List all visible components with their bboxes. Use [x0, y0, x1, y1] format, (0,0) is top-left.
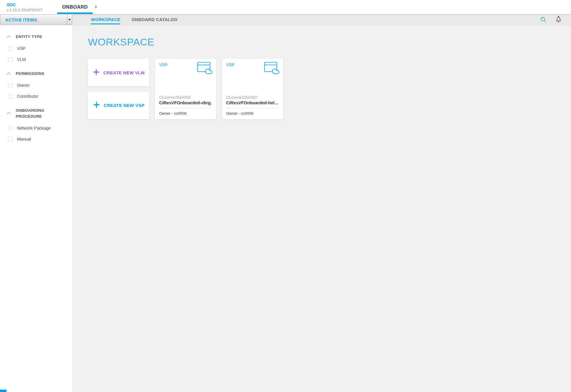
entity-license-id: CiLicense235e0387 [226, 95, 279, 100]
items-filter-selected-value: ACTIVE ITEMS [5, 17, 37, 22]
card-grid: CREATE NEW VLM CREATE NEW VSP VSP [88, 59, 283, 119]
entity-owner: Owner - cs0008 [226, 111, 279, 116]
filter-option-label: Manual [17, 137, 31, 141]
chevron-up-icon[interactable] [7, 34, 11, 40]
tab-onboard[interactable]: ONBOARD [57, 0, 93, 14]
entity-type-label: VSP [226, 62, 234, 67]
filter-option-label: VSP [17, 46, 26, 51]
entity-card-info: CiLicense7bd34339 CiResVFOnboarded-vbrg…… [155, 95, 216, 119]
section-header-permissions[interactable]: PERMISSIONS [0, 71, 73, 77]
create-new-vsp-button[interactable]: CREATE NEW VSP [88, 92, 149, 119]
entity-card-info: CiLicense235e0387 CiResVFOnboarded-hel… … [222, 95, 283, 119]
filter-option-label: Owner [17, 83, 30, 88]
tab-workspace[interactable]: WORKSPACE [85, 14, 126, 25]
tab-workspace-label: WORKSPACE [91, 17, 120, 22]
card-divider [159, 108, 212, 108]
section-title: ENTITY TYPE [16, 34, 42, 40]
entity-name: CiResVFOnboarded-hel… [226, 100, 279, 105]
filter-option-manual[interactable]: Manual [0, 137, 73, 141]
page-title: WORKSPACE [88, 36, 571, 48]
workspace-tabs: WORKSPACE ONBOARD CATALOG [85, 14, 571, 25]
owner-checkbox[interactable] [8, 83, 12, 88]
entity-type-label: VSP [159, 62, 167, 67]
filter-section-entity-type: ENTITY TYPE VSP VLM [0, 34, 73, 62]
toolbar-icons [540, 14, 562, 25]
filter-option-vlm[interactable]: VLM [0, 57, 73, 62]
tab-onboard-label: ONBOARD [62, 4, 88, 10]
create-new-vsp-label: CREATE NEW VSP [104, 103, 145, 108]
tab-onboard-catalog-label: ONBOARD CATALOG [131, 17, 177, 22]
chevron-up-icon[interactable] [7, 71, 11, 77]
plus-icon [93, 101, 100, 109]
nav-expand-caret-icon[interactable] [95, 5, 97, 8]
contributor-checkbox[interactable] [8, 94, 12, 99]
network-package-checkbox[interactable] [8, 126, 12, 130]
filter-option-contributor[interactable]: Contributor [0, 94, 73, 99]
chevron-down-icon [68, 19, 71, 21]
filter-option-label: Network Package [17, 126, 51, 130]
vlm-checkbox[interactable] [8, 57, 12, 62]
create-new-vlm-button[interactable]: CREATE NEW VLM [88, 59, 149, 86]
section-title: PERMISSIONS [16, 71, 44, 77]
vsp-checkbox[interactable] [8, 46, 12, 51]
app-title: SDC [7, 2, 43, 8]
entity-owner: Owner - cs0008 [159, 111, 212, 116]
search-icon[interactable] [540, 16, 547, 23]
filter-sidebar: ACTIVE ITEMS ENTITY TYPE VSP VLM [0, 14, 73, 392]
bottom-left-accent [0, 390, 7, 392]
section-header-onboarding-procedure[interactable]: ONBOARDING PROCEDURE [0, 108, 73, 119]
chevron-up-icon[interactable] [7, 111, 11, 117]
top-header: SDC v.1.16.2-SNAPSHOT ONBOARD [0, 0, 571, 14]
app-version: v.1.16.2-SNAPSHOT [7, 8, 43, 12]
workspace-content: WORKSPACE CREATE NEW VLM CREATE NEW VSP [73, 25, 571, 392]
filter-option-owner[interactable]: Owner [0, 83, 73, 88]
create-new-vlm-label: CREATE NEW VLM [103, 70, 145, 75]
app-logo: SDC v.1.16.2-SNAPSHOT [7, 2, 43, 12]
vsp-card-1[interactable]: VSP CiLicense7bd34339 CiResVFOnboarded-v… [155, 59, 216, 119]
entity-name: CiResVFOnboarded-vbrg… [159, 100, 212, 105]
section-title: ONBOARDING PROCEDURE [16, 108, 56, 119]
filter-option-label: VLM [17, 57, 26, 62]
plus-icon [93, 69, 100, 77]
select-dropdown-strip [67, 15, 72, 25]
vsp-cloud-window-icon [264, 62, 280, 76]
vsp-cloud-window-icon [197, 62, 213, 76]
vsp-card-2[interactable]: VSP CiLicense235e0387 CiResVFOnboarded-h… [222, 59, 283, 119]
section-header-entity-type[interactable]: ENTITY TYPE [0, 34, 73, 40]
items-filter-select[interactable]: ACTIVE ITEMS [0, 14, 72, 25]
entity-license-id: CiLicense7bd34339 [159, 95, 212, 100]
create-card-column: CREATE NEW VLM CREATE NEW VSP [88, 59, 149, 119]
filter-option-label: Contributor [17, 94, 38, 99]
notifications-bell-icon[interactable] [555, 16, 562, 23]
filter-section-onboarding-procedure: ONBOARDING PROCEDURE Network Package Man… [0, 108, 73, 141]
filter-section-permissions: PERMISSIONS Owner Contributor [0, 71, 73, 99]
filter-option-vsp[interactable]: VSP [0, 46, 73, 51]
card-divider [226, 108, 279, 108]
filter-option-network-package[interactable]: Network Package [0, 126, 73, 130]
secondary-toolbar: WORKSPACE ONBOARD CATALOG [73, 14, 571, 25]
manual-checkbox[interactable] [8, 137, 12, 141]
tab-onboard-catalog[interactable]: ONBOARD CATALOG [126, 14, 183, 25]
